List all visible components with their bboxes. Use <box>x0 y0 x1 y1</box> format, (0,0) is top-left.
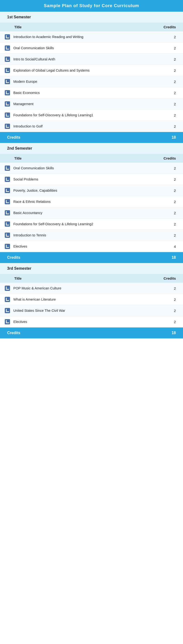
course-title: United States Since The Civil War <box>13 309 169 312</box>
table-row[interactable]: POP Music & American Culture2 <box>0 283 183 294</box>
course-title: POP Music & American Culture <box>13 286 169 290</box>
book-icon <box>5 90 10 95</box>
semester-3-title: 3rd Semester <box>0 263 183 274</box>
course-credits: 2 <box>169 233 176 237</box>
course-title: Social Problems <box>13 178 169 181</box>
table-row[interactable]: Electives2 <box>0 316 183 328</box>
table-row[interactable]: Foundations for Self-Discovery & Lifelon… <box>0 218 183 230</box>
course-credits: 2 <box>169 298 176 302</box>
semester-1-credits-total-row: Credits18 <box>0 132 183 143</box>
course-title: Basic Accountancy <box>13 211 169 215</box>
book-icon <box>5 177 10 182</box>
credits-total-value: 18 <box>171 256 176 260</box>
course-credits: 2 <box>169 178 176 182</box>
course-credits: 2 <box>169 320 176 324</box>
course-credits: 2 <box>169 57 176 61</box>
course-credits: 2 <box>169 309 176 313</box>
course-title: Basic Economics <box>13 91 169 95</box>
credits-total-value: 18 <box>171 331 176 335</box>
table-row[interactable]: Race & Ethnic Relations2 <box>0 196 183 207</box>
course-title: Introduction to Academic Reading and Wri… <box>13 35 169 39</box>
table-row[interactable]: Foundations for Self-Discovery & Lifelon… <box>0 110 183 121</box>
table-row[interactable]: Introduction to Academic Reading and Wri… <box>0 32 183 42</box>
book-icon <box>5 308 10 313</box>
course-title: Introduction to Golf <box>13 124 169 128</box>
page-header: Sample Plan of Study for Core Curriculum <box>0 0 183 12</box>
semester-2-title: 2nd Semester <box>0 143 183 154</box>
course-credits: 2 <box>169 46 176 50</box>
semester-2-column-headers: TitleCredits <box>0 154 183 163</box>
book-icon <box>5 297 10 302</box>
book-icon <box>5 188 10 193</box>
book-icon <box>5 79 10 84</box>
semester-1-column-headers: TitleCredits <box>0 22 183 32</box>
course-credits: 2 <box>169 68 176 72</box>
table-row[interactable]: What is American Literature2 <box>0 294 183 305</box>
credits-label: Credits <box>7 135 20 140</box>
semester-2-col-title: Title <box>14 156 161 160</box>
book-icon <box>5 210 10 216</box>
table-row[interactable]: Introduction to Tennis2 <box>0 230 183 241</box>
course-credits: 2 <box>169 35 176 39</box>
semesters-container: 1st SemesterTitleCreditsIntroduction to … <box>0 12 183 338</box>
semester-2-col-credits: Credits <box>161 156 176 160</box>
book-icon <box>5 232 10 238</box>
book-icon <box>5 101 10 106</box>
course-title: Race & Ethnic Relations <box>13 200 169 204</box>
semester-3-col-credits: Credits <box>161 276 176 280</box>
table-row[interactable]: Introduction to Golf2 <box>0 121 183 132</box>
table-row[interactable]: Basic Accountancy2 <box>0 207 183 218</box>
table-row[interactable]: Oral Communication Skills2 <box>0 42 183 54</box>
table-row[interactable]: Basic Economics2 <box>0 87 183 98</box>
book-icon <box>5 222 10 227</box>
course-title: Oral Communication Skills <box>13 46 169 50</box>
course-credits: 2 <box>169 124 176 128</box>
course-title: Exploration of Global Legal Cultures and… <box>13 68 169 72</box>
semester-3-col-title: Title <box>14 276 161 280</box>
book-icon <box>5 46 10 51</box>
course-credits: 2 <box>169 188 176 193</box>
course-title: What is American Literature <box>13 298 169 301</box>
course-credits: 2 <box>169 166 176 170</box>
course-title: Introduction to Tennis <box>13 233 169 237</box>
semester-3: 3rd SemesterTitleCreditsPOP Music & Amer… <box>0 263 183 338</box>
course-credits: 4 <box>169 244 176 248</box>
course-title: Intro to Social/Cultural Anth <box>13 57 169 61</box>
table-row[interactable]: Poverty, Justice, Capabilities2 <box>0 185 183 196</box>
course-credits: 2 <box>169 102 176 106</box>
course-title: Electives <box>13 320 169 324</box>
book-icon <box>5 56 10 62</box>
table-row[interactable]: Electives4 <box>0 241 183 252</box>
course-title: Oral Communication Skills <box>13 166 169 170</box>
book-icon <box>5 124 10 129</box>
course-title: Management <box>13 102 169 106</box>
book-icon <box>5 244 10 249</box>
course-title: Foundations for Self-Discovery & Lifelon… <box>13 113 169 117</box>
semester-1-col-credits: Credits <box>161 25 176 29</box>
table-row[interactable]: Modern Europe2 <box>0 76 183 87</box>
course-credits: 2 <box>169 113 176 117</box>
semester-1: 1st SemesterTitleCreditsIntroduction to … <box>0 12 183 143</box>
course-title: Modern Europe <box>13 80 169 84</box>
course-title: Poverty, Justice, Capabilities <box>13 188 169 192</box>
table-row[interactable]: Management2 <box>0 98 183 110</box>
table-row[interactable]: Social Problems2 <box>0 174 183 185</box>
course-credits: 2 <box>169 211 176 215</box>
credits-label: Credits <box>7 331 20 335</box>
semester-3-column-headers: TitleCredits <box>0 274 183 283</box>
semester-1-title: 1st Semester <box>0 12 183 22</box>
table-row[interactable]: United States Since The Civil War2 <box>0 305 183 316</box>
semester-1-col-title: Title <box>14 25 161 29</box>
table-row[interactable]: Oral Communication Skills2 <box>0 163 183 174</box>
course-title: Electives <box>13 244 169 248</box>
book-icon <box>5 319 10 324</box>
table-row[interactable]: Exploration of Global Legal Cultures and… <box>0 65 183 76</box>
book-icon <box>5 199 10 204</box>
semester-2-credits-total-row: Credits18 <box>0 252 183 263</box>
credits-label: Credits <box>7 256 20 260</box>
course-credits: 2 <box>169 91 176 95</box>
course-credits: 2 <box>169 222 176 226</box>
table-row[interactable]: Intro to Social/Cultural Anth2 <box>0 54 183 65</box>
semester-3-credits-total-row: Credits18 <box>0 328 183 338</box>
semester-2: 2nd SemesterTitleCreditsOral Communicati… <box>0 143 183 263</box>
